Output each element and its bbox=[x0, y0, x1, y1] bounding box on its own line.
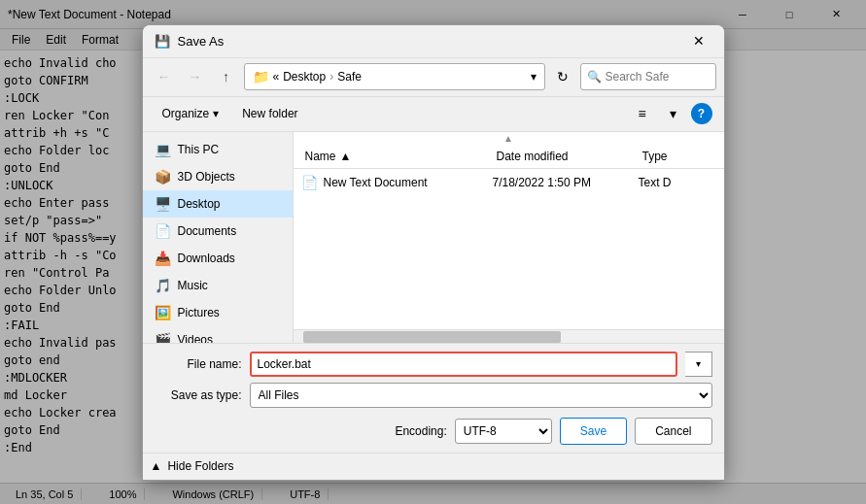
sidebar-panel: 💻 This PC 📦 3D Objects 🖥️ Desktop 📄 Docu… bbox=[143, 132, 294, 343]
file-panel: ▲ Name ▲ Date modified Type bbox=[294, 132, 724, 343]
savetype-select[interactable]: All Files bbox=[250, 383, 712, 408]
save-button[interactable]: Save bbox=[560, 418, 627, 445]
view-list-button[interactable]: ≡ bbox=[629, 100, 656, 127]
dialog-footer: File name: ▾ Save as type: All Files Enc… bbox=[143, 343, 724, 453]
sidebar-label-documents: Documents bbox=[178, 224, 237, 238]
new-folder-button[interactable]: New folder bbox=[234, 101, 305, 126]
file-type: Text D bbox=[639, 176, 716, 189]
file-icon: 📄 bbox=[301, 175, 318, 190]
sidebar-item-music[interactable]: 🎵 Music bbox=[143, 272, 293, 299]
dialog-overlay: 💾 Save As ✕ ← → ↑ 📁 « Desktop › Safe ▾ ↻… bbox=[0, 0, 866, 504]
encoding-select[interactable]: UTF-8 bbox=[455, 419, 552, 444]
footer-buttons: Encoding: UTF-8 Save Cancel bbox=[155, 414, 712, 445]
filename-row: File name: ▾ bbox=[155, 352, 712, 377]
3d-objects-icon: 📦 bbox=[155, 169, 170, 185]
search-icon: 🔍 bbox=[587, 70, 602, 84]
music-icon: 🎵 bbox=[155, 278, 170, 293]
hide-folders-label: Hide Folders bbox=[167, 459, 233, 473]
encoding-row: Encoding: UTF-8 bbox=[395, 419, 551, 444]
organize-label: Organize bbox=[162, 107, 210, 120]
sidebar-item-documents[interactable]: 📄 Documents bbox=[143, 218, 293, 245]
save-as-dialog: 💾 Save As ✕ ← → ↑ 📁 « Desktop › Safe ▾ ↻… bbox=[142, 24, 725, 481]
breadcrumb-root: « bbox=[273, 70, 280, 84]
scrollbar-thumb[interactable] bbox=[303, 331, 562, 343]
sort-arrow-up: ▲ bbox=[503, 133, 513, 144]
dialog-title-text: Save As bbox=[178, 34, 225, 49]
col-date-label: Date modified bbox=[497, 150, 569, 163]
filename-input[interactable] bbox=[250, 352, 677, 377]
breadcrumb-bar[interactable]: 📁 « Desktop › Safe ▾ bbox=[244, 63, 545, 90]
breadcrumb-path-2[interactable]: Safe bbox=[337, 70, 362, 84]
pictures-icon: 🖼️ bbox=[155, 305, 170, 320]
col-sort-icon: ▲ bbox=[340, 150, 352, 163]
documents-icon: 📄 bbox=[155, 223, 170, 239]
col-name-label: Name bbox=[305, 150, 336, 163]
dialog-titlebar: 💾 Save As ✕ bbox=[143, 25, 724, 58]
encoding-label: Encoding: bbox=[395, 424, 446, 438]
sidebar-item-3d-objects[interactable]: 📦 3D Objects bbox=[143, 163, 293, 190]
savetype-row: Save as type: All Files bbox=[155, 383, 712, 408]
sidebar-item-videos[interactable]: 🎬 Videos bbox=[143, 326, 293, 343]
dialog-title: 💾 Save As bbox=[155, 34, 225, 49]
horizontal-scrollbar[interactable] bbox=[294, 329, 724, 343]
sidebar-item-downloads[interactable]: 📥 Downloads bbox=[143, 245, 293, 272]
dialog-close-button[interactable]: ✕ bbox=[685, 27, 712, 54]
nav-up-button[interactable]: ↑ bbox=[213, 63, 240, 90]
sidebar-label-pictures: Pictures bbox=[178, 306, 220, 319]
col-type-label: Type bbox=[642, 150, 668, 163]
sidebar-label-this-pc: This PC bbox=[178, 143, 220, 156]
sidebar-label-3d-objects: 3D Objects bbox=[178, 170, 235, 184]
hide-folders-row[interactable]: ▲ Hide Folders bbox=[143, 453, 724, 480]
this-pc-icon: 💻 bbox=[155, 142, 170, 157]
file-list-body: 📄 New Text Document 7/18/2022 1:50 PM Te… bbox=[294, 169, 724, 329]
sidebar-label-videos: Videos bbox=[178, 333, 213, 343]
help-button[interactable]: ? bbox=[691, 103, 712, 124]
filename-dropdown-button[interactable]: ▾ bbox=[685, 352, 712, 377]
new-folder-label: New folder bbox=[242, 107, 297, 120]
search-input[interactable] bbox=[606, 70, 751, 84]
sidebar-item-desktop[interactable]: 🖥️ Desktop bbox=[143, 190, 293, 218]
organize-dropdown-icon: ▾ bbox=[213, 107, 219, 120]
savetype-label: Save as type: bbox=[155, 388, 242, 402]
sidebar-label-music: Music bbox=[178, 279, 208, 292]
cancel-button[interactable]: Cancel bbox=[635, 418, 711, 445]
sidebar-label-downloads: Downloads bbox=[178, 252, 235, 265]
filename-label: File name: bbox=[155, 357, 242, 371]
table-row[interactable]: 📄 New Text Document 7/18/2022 1:50 PM Te… bbox=[294, 169, 724, 196]
nav-back-button[interactable]: ← bbox=[151, 63, 178, 90]
col-name-header[interactable]: Name ▲ bbox=[301, 150, 493, 163]
col-date-header[interactable]: Date modified bbox=[493, 150, 639, 163]
file-date: 7/18/2022 1:50 PM bbox=[493, 176, 639, 189]
dialog-actions-bar: Organize ▾ New folder ≡ ▾ ? bbox=[143, 97, 724, 132]
view-controls: ≡ ▾ ? bbox=[629, 100, 712, 127]
hide-folders-arrow: ▲ bbox=[151, 459, 162, 473]
file-list-header: Name ▲ Date modified Type bbox=[294, 146, 724, 169]
breadcrumb-folder-icon: 📁 bbox=[253, 69, 269, 84]
videos-icon: 🎬 bbox=[155, 332, 170, 343]
nav-forward-button[interactable]: → bbox=[182, 63, 209, 90]
view-dropdown-button[interactable]: ▾ bbox=[660, 100, 687, 127]
breadcrumb-dropdown-icon[interactable]: ▾ bbox=[531, 70, 537, 84]
desktop-icon: 🖥️ bbox=[155, 196, 170, 212]
dialog-toolbar: ← → ↑ 📁 « Desktop › Safe ▾ ↻ 🔍 bbox=[143, 58, 724, 97]
downloads-icon: 📥 bbox=[155, 251, 170, 266]
sidebar-label-desktop: Desktop bbox=[178, 197, 221, 211]
breadcrumb-separator: › bbox=[329, 70, 333, 84]
col-type-header[interactable]: Type bbox=[639, 150, 716, 163]
search-bar: 🔍 bbox=[580, 63, 716, 90]
file-name: New Text Document bbox=[324, 176, 493, 189]
breadcrumb-path-1[interactable]: Desktop bbox=[283, 70, 326, 84]
dialog-body: 💻 This PC 📦 3D Objects 🖥️ Desktop 📄 Docu… bbox=[143, 132, 724, 343]
refresh-button[interactable]: ↻ bbox=[549, 63, 576, 90]
sidebar-item-this-pc[interactable]: 💻 This PC bbox=[143, 136, 293, 163]
organize-button[interactable]: Organize ▾ bbox=[155, 101, 227, 126]
sidebar-item-pictures[interactable]: 🖼️ Pictures bbox=[143, 299, 293, 326]
dialog-title-icon: 💾 bbox=[155, 34, 170, 49]
